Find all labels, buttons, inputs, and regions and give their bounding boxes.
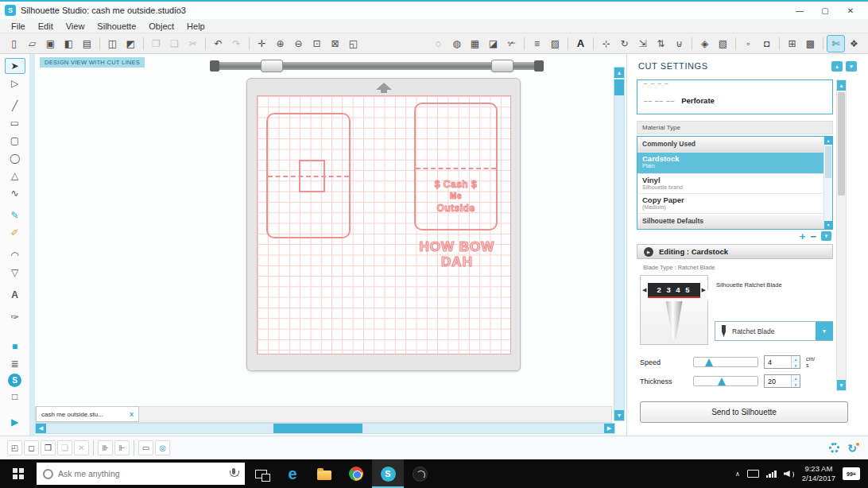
- scroll-up-icon[interactable]: ▲: [614, 68, 624, 78]
- network-icon[interactable]: [766, 471, 777, 478]
- pan-icon[interactable]: ✛: [254, 36, 270, 52]
- notification-center-button[interactable]: 99+: [843, 467, 860, 480]
- rectangle-tool[interactable]: ▭: [5, 115, 25, 131]
- canvas-horizontal-scrollbar[interactable]: ◀ ▶: [35, 423, 615, 434]
- hidden-icons-chevron[interactable]: ∧: [735, 471, 740, 478]
- group-icon[interactable]: ❐: [41, 440, 56, 455]
- weld-icon[interactable]: ⊍: [671, 36, 688, 52]
- drag-zoom-icon[interactable]: ⊠: [327, 36, 343, 52]
- spacing-icon[interactable]: ⇅: [653, 36, 669, 52]
- material-scroll-down-button[interactable]: ▼: [821, 231, 831, 241]
- smooth-freehand-tool[interactable]: ✐: [5, 225, 25, 241]
- rounded-rectangle-tool[interactable]: ▢: [5, 133, 25, 149]
- taskbar-clock[interactable]: 9:23 AM 2/14/2017: [802, 464, 835, 484]
- send-to-printer-icon[interactable]: ◩: [122, 36, 139, 52]
- panel-scrollbar-thumb[interactable]: [838, 92, 845, 196]
- point-editing-tool[interactable]: ▷: [5, 76, 25, 91]
- spinner-up-icon[interactable]: ▴: [792, 375, 800, 381]
- menu-edit[interactable]: Edit: [32, 21, 60, 31]
- taskbar-silhouette-studio-button[interactable]: S: [372, 459, 404, 488]
- ellipse-tool[interactable]: ◯: [5, 150, 25, 166]
- canvas-vertical-scrollbar[interactable]: ▲ ▼: [614, 67, 625, 421]
- document-tab[interactable]: cash me outside.stu... x: [36, 406, 139, 422]
- ungroup-icon[interactable]: ❏: [57, 440, 72, 455]
- polygon-tool[interactable]: △: [5, 168, 25, 184]
- tab-close-icon[interactable]: x: [130, 410, 134, 418]
- small-rectangle-shape[interactable]: [299, 160, 325, 192]
- thickness-spinner[interactable]: ▴ ▾: [791, 375, 800, 387]
- grid-settings-icon[interactable]: ⊞: [784, 36, 800, 52]
- preferences-gear-icon[interactable]: [829, 443, 839, 453]
- undo-icon[interactable]: ↶: [210, 36, 227, 52]
- align-icon[interactable]: ⊹: [598, 36, 614, 52]
- trace-icon[interactable]: ◈: [696, 36, 713, 52]
- arc-tool[interactable]: ◠: [5, 247, 25, 263]
- spinner-up-icon[interactable]: ▴: [792, 356, 800, 362]
- rotate-icon[interactable]: ↻: [616, 36, 633, 52]
- select-all-icon[interactable]: ◰: [7, 440, 22, 455]
- cut-style-option-perforate[interactable]: –– –– –– Perforate: [644, 91, 826, 109]
- open-icon[interactable]: ▱: [24, 36, 41, 52]
- delete-icon[interactable]: ✕: [74, 440, 89, 455]
- zoom-selection-icon[interactable]: ⊡: [308, 36, 325, 52]
- text-how-bow-dah[interactable]: HOW BOW DAH: [411, 239, 503, 269]
- select-tool[interactable]: ➤: [5, 58, 25, 74]
- sync-icon[interactable]: ↻: [847, 443, 857, 454]
- taskbar-search[interactable]: [37, 463, 245, 485]
- card-text[interactable]: $ Cash $ Me Outside: [416, 179, 496, 215]
- menu-silhouette[interactable]: Silhouette: [91, 21, 142, 31]
- store-icon[interactable]: S: [8, 374, 21, 387]
- redo-icon[interactable]: ↷: [228, 36, 245, 52]
- list-scroll-thumb[interactable]: [825, 146, 831, 178]
- task-view-button[interactable]: [245, 459, 277, 488]
- thickness-slider[interactable]: [693, 376, 758, 386]
- taskbar-edge-button[interactable]: e: [277, 459, 308, 488]
- curve-tool[interactable]: ∿: [5, 185, 25, 201]
- send-to-silhouette-button[interactable]: Send to Silhouette: [640, 401, 848, 423]
- offset-icon[interactable]: ◎: [155, 440, 170, 455]
- lasso-select-icon[interactable]: ◌: [430, 36, 447, 52]
- microphone-icon[interactable]: [228, 467, 238, 480]
- panel-scrollbar-up-icon[interactable]: ▲: [837, 80, 846, 91]
- cut-style-option-partial[interactable]: – – – –: [644, 79, 826, 91]
- registration-marks-icon[interactable]: ◘: [758, 36, 775, 52]
- zoom-in-icon[interactable]: ⊕: [272, 36, 289, 52]
- select-by-color-icon[interactable]: ◍: [448, 36, 465, 52]
- panel-scroll-up-button[interactable]: ▲: [831, 61, 843, 72]
- cut-settings-icon[interactable]: ✄: [827, 36, 844, 52]
- panel-scroll-down-button[interactable]: ▼: [846, 61, 857, 72]
- remove-material-button[interactable]: −: [810, 231, 816, 242]
- menu-view[interactable]: View: [60, 21, 91, 31]
- blank-swatch[interactable]: □: [5, 389, 25, 405]
- list-scroll-up-icon[interactable]: ▲: [824, 137, 832, 145]
- card-shape-left[interactable]: [266, 113, 351, 238]
- freehand-tool[interactable]: ✎: [5, 207, 25, 223]
- vertical-scroll-thumb[interactable]: [614, 79, 624, 95]
- mirror-icon[interactable]: ⊩: [114, 440, 130, 455]
- material-row[interactable]: Commonly Used: [637, 137, 823, 153]
- start-button[interactable]: [0, 459, 37, 488]
- minimize-button[interactable]: —: [787, 2, 812, 18]
- pixscan-icon[interactable]: ▩: [802, 36, 819, 52]
- material-row[interactable]: Cardstock Plain: [637, 153, 823, 174]
- menu-object[interactable]: Object: [142, 21, 180, 31]
- taskbar-chrome-button[interactable]: [340, 459, 372, 488]
- cut-icon[interactable]: ✂: [184, 36, 201, 52]
- cut-preview-icon[interactable]: ◫: [104, 36, 121, 52]
- new-document-icon[interactable]: ▯: [6, 36, 22, 52]
- eraser-icon[interactable]: ◪: [485, 36, 502, 52]
- material-row[interactable]: Vinyl Silhouette brand: [637, 174, 823, 194]
- deselect-icon[interactable]: ◻: [24, 440, 39, 455]
- sticky-note-tool[interactable]: ✑: [5, 309, 25, 325]
- menu-help[interactable]: Help: [180, 21, 211, 31]
- search-input[interactable]: [58, 469, 223, 478]
- print-icon[interactable]: ▤: [79, 36, 95, 52]
- dropdown-arrow-icon[interactable]: ▼: [816, 322, 833, 340]
- fit-to-page-icon[interactable]: ◱: [345, 36, 362, 52]
- expand-panel-icon[interactable]: ▶: [5, 414, 25, 430]
- text-style-icon[interactable]: A: [572, 36, 589, 52]
- fill-style-icon[interactable]: ▨: [547, 36, 564, 52]
- table-icon[interactable]: ▦: [467, 36, 483, 52]
- touch-keyboard-icon[interactable]: [747, 470, 759, 478]
- text-tool[interactable]: A: [5, 287, 25, 303]
